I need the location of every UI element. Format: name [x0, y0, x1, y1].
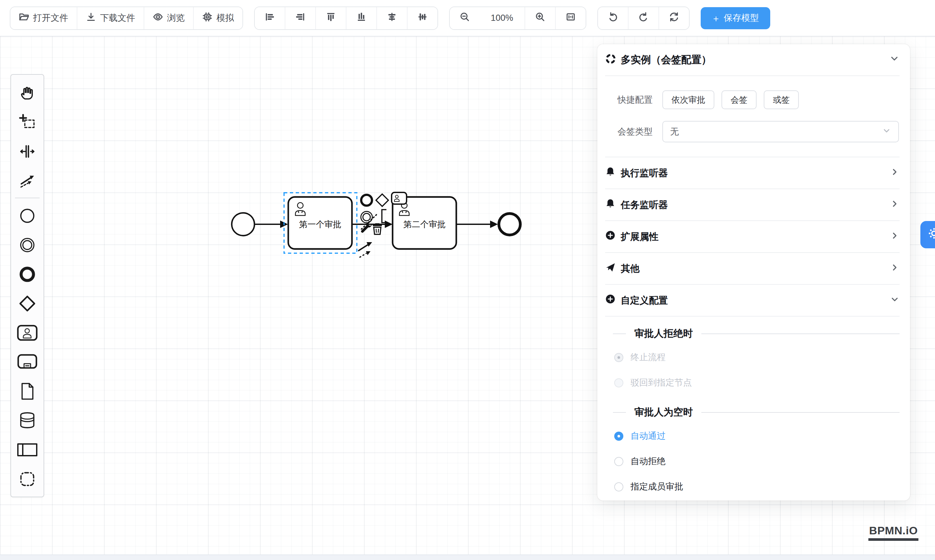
lasso-tool[interactable]: [11, 107, 43, 137]
section-label: 任务监听器: [621, 198, 668, 211]
radio-icon[interactable]: [614, 457, 623, 466]
simulate-label: 模拟: [217, 12, 234, 24]
bpmn-io-watermark[interactable]: BPMN.iO: [868, 526, 918, 541]
send-icon: [605, 262, 615, 275]
divider: [701, 334, 900, 334]
align-left-button[interactable]: [255, 7, 285, 29]
chevron-down-icon: [890, 294, 900, 306]
space-tool[interactable]: [11, 137, 43, 166]
zoom-out-button[interactable]: [450, 7, 480, 29]
section-extended-properties[interactable]: 扩展属性: [605, 221, 900, 252]
start-event-shape[interactable]: [232, 213, 254, 235]
save-model-label: 保存模型: [724, 12, 759, 24]
end-event-shape[interactable]: [499, 214, 520, 235]
section-label: 扩展属性: [621, 231, 658, 243]
bell-icon: [605, 166, 615, 179]
section-custom-config[interactable]: 自定义配置: [605, 285, 900, 316]
settings-side-tab[interactable]: [920, 221, 935, 248]
toolbar: 打开文件 下载文件 浏览 模拟 100%: [0, 0, 935, 36]
radio-assign-member[interactable]: 指定成员审批: [605, 474, 900, 499]
undo-button[interactable]: [598, 7, 627, 29]
fit-viewport-icon: [565, 12, 575, 24]
section-label: 执行监听器: [621, 167, 668, 179]
global-connect-tool[interactable]: [11, 166, 43, 195]
sign-type-label: 会签类型: [605, 126, 662, 137]
zoom-in-button[interactable]: [524, 7, 555, 29]
radio-icon[interactable]: [614, 482, 623, 491]
align-center-vertical-button[interactable]: [407, 7, 437, 29]
data-object[interactable]: [11, 376, 43, 406]
delete-trash-icon[interactable]: [373, 224, 382, 234]
radio-auto-reject[interactable]: 自动拒绝: [605, 449, 900, 474]
append-text-annotation-icon[interactable]: [382, 210, 386, 223]
empty-heading-label: 审批人为空时: [634, 406, 693, 418]
align-bottom-icon: [356, 12, 367, 24]
sign-type-select[interactable]: 无: [662, 121, 899, 142]
chevron-down-icon[interactable]: [889, 53, 900, 66]
preview-label: 浏览: [167, 12, 185, 24]
restart-button[interactable]: [658, 7, 689, 29]
preview-button[interactable]: 浏览: [144, 7, 193, 29]
file-button-group: 打开文件 下载文件 浏览 模拟: [10, 6, 243, 29]
connect-arrows-icon[interactable]: [358, 242, 372, 257]
plus-circle-icon: [605, 230, 615, 243]
radio-icon[interactable]: [614, 431, 623, 440]
group[interactable]: [11, 464, 43, 493]
align-top-button[interactable]: [315, 7, 346, 29]
sub-process[interactable]: [11, 347, 43, 376]
multi-instance-header[interactable]: 多实例（会签配置）: [605, 44, 900, 75]
zoom-out-icon: [460, 12, 470, 24]
open-file-button[interactable]: 打开文件: [11, 7, 77, 29]
simulate-button[interactable]: 模拟: [193, 7, 243, 29]
append-gateway-icon[interactable]: [376, 194, 388, 206]
multi-instance-form: 快捷配置 依次审批 会签 或签 会签类型 无: [605, 76, 900, 157]
save-model-button[interactable]: ＋ 保存模型: [700, 7, 770, 29]
radio-icon[interactable]: [614, 352, 623, 362]
bell-icon: [605, 198, 615, 211]
chevron-right-icon: [890, 262, 900, 275]
align-bottom-button[interactable]: [346, 7, 376, 29]
horizontal-scrollbar[interactable]: [0, 554, 935, 560]
radio-return-to-node[interactable]: 驳回到指定节点: [605, 370, 900, 395]
align-center-horizontal-button[interactable]: [376, 7, 407, 29]
download-icon: [86, 12, 96, 24]
radio-terminate-process[interactable]: 终止流程: [605, 345, 900, 370]
align-center-horizontal-icon: [387, 12, 397, 24]
start-event[interactable]: [11, 201, 43, 230]
gateway[interactable]: [11, 289, 43, 318]
section-task-listener[interactable]: 任务监听器: [605, 189, 900, 220]
intermediate-event[interactable]: [11, 230, 43, 259]
palette-separator: [15, 198, 40, 198]
data-store[interactable]: [11, 406, 43, 435]
align-button-group: [254, 6, 438, 29]
user-task-1[interactable]: 第一个审批: [288, 197, 352, 249]
chevron-down-icon: [882, 126, 891, 137]
align-right-button[interactable]: [285, 7, 315, 29]
append-user-task-icon[interactable]: [392, 192, 407, 204]
align-center-vertical-icon: [417, 12, 428, 24]
radio-auto-pass[interactable]: 自动通过: [605, 423, 900, 449]
quick-config-orsign-button[interactable]: 或签: [764, 90, 799, 109]
align-left-icon: [265, 12, 275, 24]
zoom-button-group: 100%: [449, 6, 586, 29]
append-intermediate-event-icon[interactable]: [361, 211, 372, 223]
quick-config-label: 快捷配置: [605, 94, 662, 106]
section-label: 其他: [621, 262, 640, 275]
hand-tool[interactable]: [11, 78, 43, 107]
quick-config-sequential-button[interactable]: 依次审批: [662, 90, 714, 109]
radio-icon[interactable]: [614, 378, 623, 387]
zoom-in-icon: [535, 12, 545, 24]
section-other[interactable]: 其他: [605, 253, 900, 284]
user-task[interactable]: [11, 318, 43, 347]
section-execution-listener[interactable]: 执行监听器: [605, 157, 900, 189]
fit-viewport-button[interactable]: [555, 7, 585, 29]
download-file-button[interactable]: 下载文件: [77, 7, 144, 29]
redo-button[interactable]: [627, 7, 658, 29]
reject-heading: 审批人拒绝时: [605, 328, 900, 340]
append-end-event-icon[interactable]: [361, 195, 372, 205]
participant[interactable]: [11, 435, 43, 464]
open-file-label: 打开文件: [33, 12, 68, 24]
quick-config-countersign-button[interactable]: 会签: [721, 90, 757, 109]
end-event[interactable]: [11, 259, 43, 289]
multi-instance-icon: [605, 53, 616, 67]
